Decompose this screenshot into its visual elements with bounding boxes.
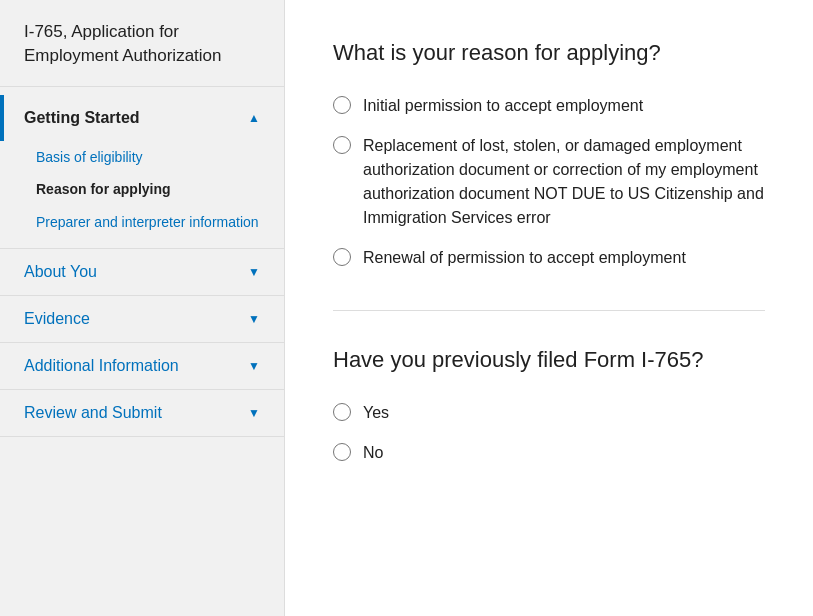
chevron-up-icon: ▲ — [248, 111, 260, 125]
sidebar-item-about-you[interactable]: About You ▼ — [0, 249, 284, 295]
section-divider — [333, 310, 765, 311]
chevron-down-icon-review-submit: ▼ — [248, 406, 260, 420]
sidebar-title: I-765, Application for Employment Author… — [24, 20, 260, 68]
sidebar: I-765, Application for Employment Author… — [0, 0, 285, 616]
radio-renewal[interactable] — [333, 248, 351, 266]
previously-filed-radio-group: Yes No — [333, 401, 765, 465]
option-renewal[interactable]: Renewal of permission to accept employme… — [333, 246, 765, 270]
sidebar-item-additional-information[interactable]: Additional Information ▼ — [0, 343, 284, 389]
chevron-down-icon-about-you: ▼ — [248, 265, 260, 279]
sidebar-item-review-submit-label: Review and Submit — [24, 404, 162, 422]
option-yes-label: Yes — [363, 401, 389, 425]
sidebar-subitem-reason-for-applying[interactable]: Reason for applying — [0, 173, 284, 205]
nav-section-about-you: About You ▼ — [0, 249, 284, 296]
sidebar-item-getting-started-label: Getting Started — [24, 109, 140, 127]
sidebar-item-getting-started[interactable]: Getting Started ▲ — [0, 95, 284, 141]
sidebar-item-about-you-label: About You — [24, 263, 97, 281]
main-content: What is your reason for applying? Initia… — [285, 0, 813, 616]
radio-yes[interactable] — [333, 403, 351, 421]
sidebar-item-evidence[interactable]: Evidence ▼ — [0, 296, 284, 342]
option-replacement-label: Replacement of lost, stolen, or damaged … — [363, 134, 765, 230]
previously-filed-section: Have you previously filed Form I-765? Ye… — [333, 347, 765, 465]
option-initial-permission[interactable]: Initial permission to accept employment — [333, 94, 765, 118]
nav-section-additional-info: Additional Information ▼ — [0, 343, 284, 390]
chevron-down-icon-additional-info: ▼ — [248, 359, 260, 373]
radio-replacement[interactable] — [333, 136, 351, 154]
getting-started-subitems: Basis of eligibility Reason for applying… — [0, 141, 284, 249]
nav-section-evidence: Evidence ▼ — [0, 296, 284, 343]
sidebar-subitem-basis-of-eligibility[interactable]: Basis of eligibility — [0, 141, 284, 173]
sidebar-nav: Getting Started ▲ Basis of eligibility R… — [0, 87, 284, 438]
reason-radio-group: Initial permission to accept employment … — [333, 94, 765, 270]
preparer-label-part1: Preparer and — [36, 214, 122, 230]
chevron-down-icon-evidence: ▼ — [248, 312, 260, 326]
option-initial-permission-label: Initial permission to accept employment — [363, 94, 643, 118]
option-renewal-label: Renewal of permission to accept employme… — [363, 246, 686, 270]
reason-for-applying-title: What is your reason for applying? — [333, 40, 765, 66]
radio-initial-permission[interactable] — [333, 96, 351, 114]
radio-no[interactable] — [333, 443, 351, 461]
nav-section-getting-started: Getting Started ▲ Basis of eligibility R… — [0, 95, 284, 250]
sidebar-header: I-765, Application for Employment Author… — [0, 0, 284, 87]
reason-for-applying-label: Reason for applying — [36, 181, 171, 197]
option-replacement[interactable]: Replacement of lost, stolen, or damaged … — [333, 134, 765, 230]
nav-section-review-submit: Review and Submit ▼ — [0, 390, 284, 437]
reason-for-applying-section: What is your reason for applying? Initia… — [333, 40, 765, 270]
sidebar-item-additional-info-label: Additional Information — [24, 357, 179, 375]
basis-of-eligibility-link[interactable]: Basis of eligibility — [36, 149, 143, 165]
sidebar-item-review-submit[interactable]: Review and Submit ▼ — [0, 390, 284, 436]
interpreter-link[interactable]: interpreter — [122, 214, 186, 230]
previously-filed-title: Have you previously filed Form I-765? — [333, 347, 765, 373]
sidebar-item-evidence-label: Evidence — [24, 310, 90, 328]
sidebar-subitem-preparer-interpreter[interactable]: Preparer and interpreter information — [0, 205, 284, 241]
preparer-label-part2: information — [185, 214, 258, 230]
option-no[interactable]: No — [333, 441, 765, 465]
option-no-label: No — [363, 441, 383, 465]
option-yes[interactable]: Yes — [333, 401, 765, 425]
